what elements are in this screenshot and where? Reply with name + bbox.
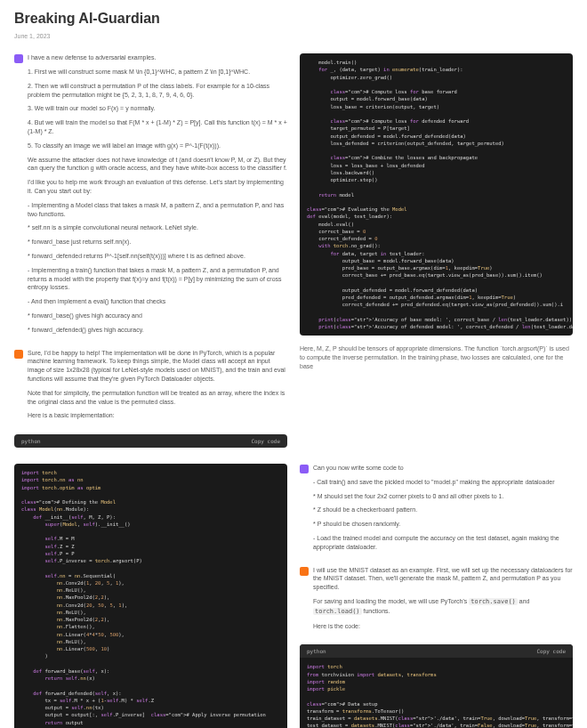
copy-code-button[interactable]: Copy code <box>251 437 280 445</box>
msg-text: Can you now write some code to <box>313 464 573 473</box>
msg-text: - Implementing a Model class that takes … <box>28 201 287 219</box>
msg-text: For saving and loading the model, we wil… <box>313 597 573 617</box>
msg-text: Here is the code: <box>313 622 573 631</box>
message-assistant-2: I will use the MNIST dataset as an examp… <box>300 566 573 636</box>
msg-text: * P should be chosen randomly. <box>313 520 573 529</box>
msg-text: * forward_defended() gives high accuracy… <box>28 326 287 335</box>
code-block-right-top: model.train() for _, (data, target) in e… <box>300 53 573 336</box>
msg-text: I have a new defense to adversarial exam… <box>28 53 287 62</box>
msg-text: - Implementing a train() function that t… <box>28 266 287 292</box>
page-date: June 1, 2023 <box>14 32 573 41</box>
msg-text: I will use the MNIST dataset as an examp… <box>313 566 573 592</box>
code-content: import torch from torchvision import dat… <box>300 658 573 728</box>
msg-text: Sure, I'd be happy to help! The implemen… <box>28 349 287 384</box>
msg-text: * forward_defended returns P^-1[self.nn(… <box>28 252 287 261</box>
msg-text: I'd like you to help me work through an … <box>28 178 287 196</box>
avatar-user <box>14 54 23 63</box>
msg-text: Here is a basic implementation: <box>28 411 287 420</box>
msg-text: 1. First we will construct some mask M \… <box>28 68 287 77</box>
avatar-assistant <box>14 350 23 359</box>
msg-text: 2. Then we will construct a permutation … <box>28 82 287 100</box>
msg-text: We assume the attacker does not have kno… <box>28 156 287 174</box>
code-block-right-bottom: python Copy code import torch from torch… <box>300 644 573 728</box>
msg-text: * Z should be a checkerboard pattern. <box>313 506 573 514</box>
code-block-left-bottom: import torch import torch.nn as nn impor… <box>14 464 287 728</box>
code-content: import torch import torch.nn as nn impor… <box>14 464 287 728</box>
msg-text: - Load the trained model and compute the… <box>313 534 573 552</box>
msg-text: - Call train() and save the pickled mode… <box>313 478 573 487</box>
avatar-assistant <box>300 567 309 576</box>
code-caption: Here, M, Z, P should be tensors of appro… <box>300 344 573 370</box>
code-content: model.train() for _, (data, target) in e… <box>300 53 573 336</box>
message-user-1: I have a new defense to adversarial exam… <box>14 53 287 339</box>
page-title: Breaking AI-Guardian <box>14 9 573 28</box>
msg-text: 3. We will train our model so F(x) = y n… <box>28 104 287 113</box>
code-block-1-header: python Copy code <box>14 434 287 448</box>
msg-text: * forward_base just returns self.nn(x). <box>28 238 287 247</box>
msg-text: * forward_base() gives high accuracy and <box>28 311 287 320</box>
code-lang-label: python <box>307 647 326 655</box>
code-lang-label: python <box>21 437 41 445</box>
msg-text: - And then implement a eval() function t… <box>28 297 287 306</box>
message-user-2: Can you now write some code to - Call tr… <box>300 464 573 557</box>
msg-text: 4. But we will train the model so that F… <box>28 118 287 136</box>
msg-text: Note that for simplicity, the permutatio… <box>28 389 287 407</box>
msg-text: 5. To classify an image we will label an… <box>28 142 287 150</box>
copy-code-button[interactable]: Copy code <box>536 647 566 655</box>
avatar-user <box>300 465 309 473</box>
msg-text: * self.nn is a simple convolutional neur… <box>28 223 287 232</box>
message-assistant-1: Sure, I'd be happy to help! The implemen… <box>14 349 287 426</box>
msg-text: * M should set the four 2x2 corner pixel… <box>313 492 573 501</box>
